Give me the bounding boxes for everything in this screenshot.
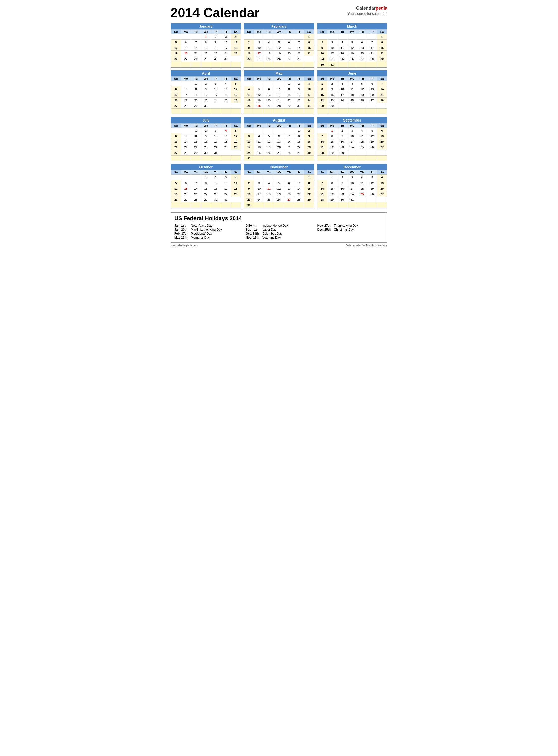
cal-day xyxy=(284,109,294,114)
cal-day: 8 xyxy=(377,39,387,45)
cal-day xyxy=(367,202,377,208)
cal-day: 3 xyxy=(211,128,221,133)
cal-day xyxy=(181,109,191,114)
cal-day xyxy=(201,202,211,208)
cal-day: 28 xyxy=(367,56,377,62)
cal-day: 13 xyxy=(284,45,294,51)
day-header-mo: Mo xyxy=(254,124,264,128)
cal-day: 12 xyxy=(264,139,274,144)
cal-day: 14 xyxy=(377,86,387,92)
cal-day: 5 xyxy=(274,39,284,45)
cal-day: 3 xyxy=(221,175,231,180)
footer: www.calendarpedia.com Data provided 'as … xyxy=(171,244,387,247)
cal-day: 6 xyxy=(274,133,284,139)
cal-day: 6 xyxy=(357,39,367,45)
cal-day: 4 xyxy=(347,81,357,86)
cal-day xyxy=(367,103,377,109)
cal-day: 17 xyxy=(327,51,337,56)
month-title: July xyxy=(171,117,241,123)
cal-day: 2 xyxy=(304,128,314,133)
cal-day: 4 xyxy=(231,34,241,39)
cal-day: 18 xyxy=(357,139,367,144)
cal-day xyxy=(254,202,264,208)
cal-day: 13 xyxy=(181,45,191,51)
cal-day: 30 xyxy=(318,62,327,67)
cal-day: 28 xyxy=(294,197,304,202)
holiday-name: Presidents' Day xyxy=(191,232,212,236)
cal-day: 27 xyxy=(181,197,191,202)
holiday-date: Sept. 1st xyxy=(246,228,260,232)
cal-day: 25 xyxy=(347,98,357,103)
cal-day xyxy=(377,156,387,161)
cal-day xyxy=(347,202,357,208)
cal-day: 2 xyxy=(211,175,221,180)
cal-day: 16 xyxy=(304,139,314,144)
cal-day xyxy=(254,34,264,39)
cal-day xyxy=(377,150,387,156)
cal-day: 29 xyxy=(191,103,201,109)
footer-right: Data provided 'as is' without warranty xyxy=(346,244,387,247)
cal-day xyxy=(284,128,294,133)
cal-day xyxy=(357,197,367,202)
cal-day: 9 xyxy=(201,133,211,139)
cal-day: 13 xyxy=(377,133,387,139)
cal-day: 21 xyxy=(294,51,304,56)
cal-day: 11 xyxy=(254,139,264,144)
day-header-we: We xyxy=(274,124,284,128)
cal-day: 11 xyxy=(231,39,241,45)
cal-day: 30 xyxy=(337,150,347,156)
cal-day xyxy=(231,156,241,161)
cal-day: 17 xyxy=(211,92,221,98)
holiday-item: Sept. 1stLabor Day xyxy=(246,227,312,232)
month-block-march: MarchSuMoTuWeThFrSa123456789101112131415… xyxy=(317,23,387,68)
cal-day: 20 xyxy=(284,191,294,197)
cal-day: 19 xyxy=(367,139,377,144)
cal-day: 28 xyxy=(191,56,201,62)
cal-day: 22 xyxy=(304,51,314,56)
month-block-december: DecemberSuMoTuWeThFrSa123456789101112131… xyxy=(317,164,387,208)
cal-day: 20 xyxy=(284,51,294,56)
cal-day xyxy=(367,156,377,161)
cal-day xyxy=(284,156,294,161)
cal-day xyxy=(254,109,264,114)
holiday-column-2: Nov. 27thThanksgiving DayDec. 25thChrist… xyxy=(318,224,384,240)
cal-day xyxy=(201,109,211,114)
cal-day: 14 xyxy=(274,92,284,98)
cal-day: 8 xyxy=(201,39,211,45)
cal-day: 3 xyxy=(347,175,357,180)
cal-day: 9 xyxy=(294,86,304,92)
cal-day: 8 xyxy=(304,39,314,45)
cal-day xyxy=(221,150,231,156)
cal-day: 22 xyxy=(318,98,327,103)
holiday-column-0: Jan. 1stNew Year's DayJan. 20thMartin Lu… xyxy=(174,224,240,240)
day-header-mo: Mo xyxy=(327,124,337,128)
cal-day xyxy=(367,109,377,114)
cal-day: 3 xyxy=(337,81,347,86)
cal-day xyxy=(337,109,347,114)
cal-day xyxy=(367,62,377,67)
day-header-fr: Fr xyxy=(221,124,231,128)
cal-day: 6 xyxy=(171,133,181,139)
day-header-th: Th xyxy=(357,124,367,128)
day-header-su: Su xyxy=(244,30,254,34)
day-header-sa: Sa xyxy=(377,77,387,81)
day-header-tu: Tu xyxy=(264,30,274,34)
cal-day: 10 xyxy=(254,186,264,191)
month-title: April xyxy=(171,70,241,76)
cal-day: 20 xyxy=(274,144,284,150)
month-title: August xyxy=(244,117,314,123)
brand-tagline: Your source for calendars xyxy=(347,11,387,17)
day-header-sa: Sa xyxy=(304,30,314,34)
cal-day: 3 xyxy=(254,180,264,186)
cal-day: 14 xyxy=(318,186,327,191)
cal-day: 4 xyxy=(221,81,231,86)
cal-day xyxy=(347,34,357,39)
cal-day: 15 xyxy=(201,186,211,191)
day-header-mo: Mo xyxy=(181,124,191,128)
cal-day xyxy=(357,109,367,114)
cal-day: 25 xyxy=(357,191,367,197)
cal-day xyxy=(181,81,191,86)
cal-day xyxy=(221,109,231,114)
cal-day: 28 xyxy=(181,103,191,109)
cal-day: 19 xyxy=(347,51,357,56)
